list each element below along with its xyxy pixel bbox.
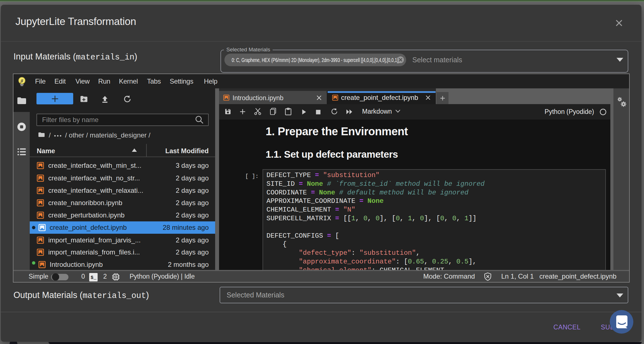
svg-text:$_: $_ [91, 275, 96, 280]
svg-text:jl: jl [20, 79, 23, 83]
